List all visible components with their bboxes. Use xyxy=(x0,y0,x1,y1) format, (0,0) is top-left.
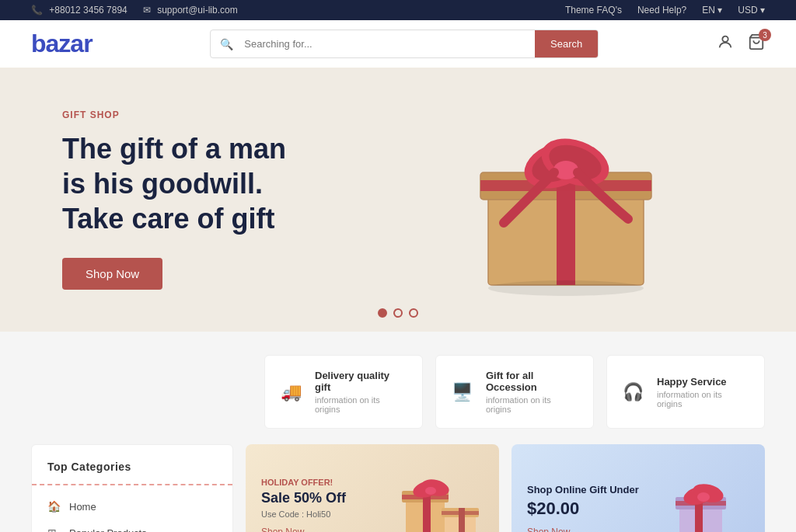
lang-selector[interactable]: EN ▾ xyxy=(702,5,722,16)
promo-right-price: $20.00 xyxy=(527,499,639,519)
promo-left-text: Holiday Offer! Sale 50% Off Use Code : H… xyxy=(261,478,346,532)
gift-illustration xyxy=(442,99,690,301)
feature-delivery: 🚚 Delivery quality gift information on i… xyxy=(264,355,423,429)
search-icon: 🔍 xyxy=(211,38,233,50)
svg-point-11 xyxy=(488,280,644,296)
sidebar-item-home[interactable]: 🏠 Home xyxy=(32,493,232,520)
phone-icon: 📞 xyxy=(31,5,43,16)
cart-badge: 3 xyxy=(759,29,771,41)
header: bazar 🔍 Search 3 xyxy=(0,20,796,68)
currency-chevron-icon: ▾ xyxy=(760,5,765,16)
cart-icon[interactable]: 3 xyxy=(748,33,765,54)
feature-service-text: Happy Service information on its origins xyxy=(657,376,749,409)
promo-row: Holiday Offer! Sale 50% Off Use Code : H… xyxy=(246,444,765,532)
right-content: Holiday Offer! Sale 50% Off Use Code : H… xyxy=(246,444,765,532)
hero-banner: GIFT SHOP The gift of a manis his goodwi… xyxy=(0,68,796,332)
phone-info: 📞 +88012 3456 7894 xyxy=(31,5,127,16)
feature-row: 🚚 Delivery quality gift information on i… xyxy=(264,355,765,429)
user-icon[interactable] xyxy=(717,33,734,54)
svg-point-29 xyxy=(697,492,710,502)
occasion-icon: 🖥️ xyxy=(452,382,475,402)
hero-title: The gift of a manis his goodwill.Take ca… xyxy=(62,131,398,236)
promo-sale-title: Sale 50% Off xyxy=(261,490,346,506)
lang-chevron-icon: ▾ xyxy=(717,5,722,16)
need-help-link[interactable]: Need Help? xyxy=(637,5,686,16)
promo-left-image xyxy=(390,452,491,532)
promo-card-left: Holiday Offer! Sale 50% Off Use Code : H… xyxy=(246,444,499,532)
svg-point-0 xyxy=(722,37,728,42)
search-button[interactable]: Search xyxy=(535,30,598,57)
promo-left-shop-now[interactable]: Shop Now xyxy=(261,527,346,532)
feature-delivery-desc: information on its origins xyxy=(315,395,407,414)
headphone-icon: 🎧 xyxy=(623,382,646,402)
grid-icon: ⊞ xyxy=(47,527,61,532)
feature-occasion: 🖥️ Gift for all Occession information on… xyxy=(435,355,594,429)
feature-occasion-desc: information on its origins xyxy=(486,395,578,414)
hero-tag: GIFT SHOP xyxy=(62,110,398,120)
promo-right-title: Shop Online Gift Under xyxy=(527,484,639,495)
top-bar-left: 📞 +88012 3456 7894 ✉ support@ui-lib.com xyxy=(31,5,238,16)
main-content: 🚚 Delivery quality gift information on i… xyxy=(0,332,796,532)
promo-code-text: Use Code : Holi50 xyxy=(261,509,346,519)
top-bar: 📞 +88012 3456 7894 ✉ support@ui-lib.com … xyxy=(0,0,796,20)
svg-point-18 xyxy=(425,487,436,495)
feature-delivery-text: Delivery quality gift information on its… xyxy=(315,370,407,414)
search-input[interactable] xyxy=(233,30,535,57)
promo-right-shop-now[interactable]: Shop Now xyxy=(527,527,639,532)
hero-text: GIFT SHOP The gift of a manis his goodwi… xyxy=(62,110,398,290)
sidebar-heading-1: Top Categories xyxy=(32,461,232,485)
sidebar-item-popular[interactable]: ⊞ Popular Products xyxy=(32,520,232,532)
dot-3[interactable] xyxy=(409,308,418,318)
feature-delivery-title: Delivery quality gift xyxy=(315,370,407,393)
dot-2[interactable] xyxy=(393,308,403,318)
feature-occasion-title: Gift for all Occession xyxy=(486,370,578,393)
feature-service-desc: information on its origins xyxy=(657,390,749,409)
header-icons: 3 xyxy=(717,33,765,54)
email-info: ✉ support@ui-lib.com xyxy=(143,5,238,16)
feature-service: 🎧 Happy Service information on its origi… xyxy=(606,355,765,429)
sidebar-item-popular-label: Popular Products xyxy=(69,527,147,533)
search-bar[interactable]: 🔍 Search xyxy=(210,30,599,58)
promo-right-image xyxy=(656,452,757,532)
hero-image xyxy=(398,99,734,301)
sidebar: Top Categories 🏠 Home ⊞ Popular Products… xyxy=(31,444,233,532)
logo[interactable]: bazar xyxy=(31,30,93,58)
two-col-layout: Top Categories 🏠 Home ⊞ Popular Products… xyxy=(31,444,765,532)
delivery-icon: 🚚 xyxy=(281,382,304,402)
sidebar-item-home-label: Home xyxy=(69,501,96,513)
svg-rect-22 xyxy=(442,511,479,515)
email-icon: ✉ xyxy=(143,5,151,16)
hero-shop-now-button[interactable]: Shop Now xyxy=(62,258,162,290)
home-icon: 🏠 xyxy=(47,500,61,513)
currency-selector[interactable]: USD ▾ xyxy=(738,5,765,16)
feature-occasion-text: Gift for all Occession information on it… xyxy=(486,370,578,414)
promo-card-right: Shop Online Gift Under $20.00 Shop Now xyxy=(511,444,765,532)
theme-faq-link[interactable]: Theme FAQ's xyxy=(565,5,622,16)
top-bar-right[interactable]: Theme FAQ's Need Help? EN ▾ USD ▾ xyxy=(565,5,765,16)
feature-service-title: Happy Service xyxy=(657,376,749,388)
hero-dots[interactable] xyxy=(378,308,418,318)
dot-1[interactable] xyxy=(378,308,387,318)
promo-offer-label: Holiday Offer! xyxy=(261,478,346,487)
promo-right-text: Shop Online Gift Under $20.00 Shop Now xyxy=(527,484,639,532)
